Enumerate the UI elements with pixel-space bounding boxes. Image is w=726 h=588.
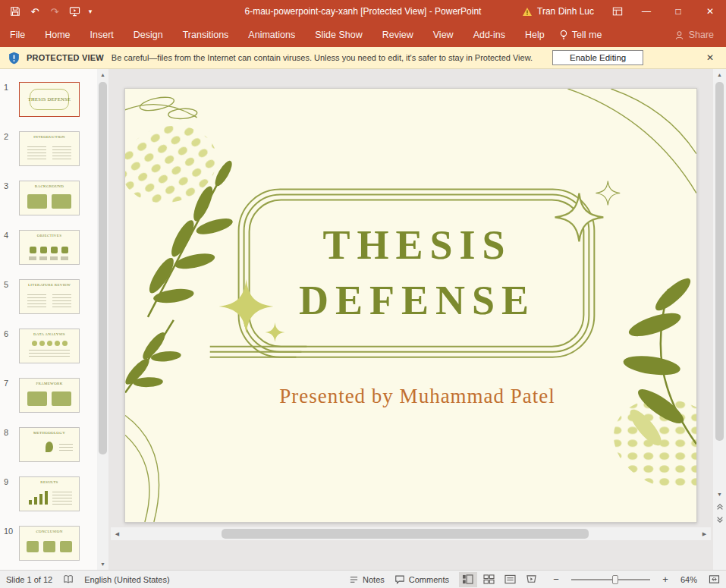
main-scroll-thumb[interactable]	[715, 82, 724, 441]
maximize-button[interactable]: □	[662, 0, 694, 23]
minimize-button[interactable]: —	[630, 0, 662, 23]
slide-thumbnail[interactable]: 10 CONCLUSION	[0, 526, 97, 561]
tab-home[interactable]: Home	[35, 23, 80, 47]
mini-slide-title: OBJECTIVES	[20, 234, 79, 237]
zoom-slider[interactable]	[571, 574, 650, 586]
share-label: Share	[689, 30, 714, 40]
zoom-in-button[interactable]: +	[660, 574, 671, 585]
horizontal-scroll-track[interactable]	[124, 527, 698, 540]
tab-animations[interactable]: Animations	[238, 23, 305, 47]
redo-button[interactable]: ↷	[46, 1, 64, 22]
mini-slide-title: METHODOLOGY	[20, 431, 79, 435]
status-bar-right: Notes Comments −	[349, 572, 720, 587]
slide-thumbnail-preview[interactable]: CONCLUSION	[19, 526, 80, 561]
zoom-slider-thumb[interactable]	[612, 575, 618, 584]
slide-thumbnail[interactable]: 9 RESULTS	[0, 476, 97, 511]
comments-button[interactable]: Comments	[394, 574, 449, 584]
notes-icon	[349, 575, 359, 584]
scroll-right-icon[interactable]: ▶	[698, 527, 711, 540]
thumbnail-scroll-thumb[interactable]	[99, 82, 107, 454]
slide-thumbnail-preview[interactable]: FRAMEWORK	[19, 378, 80, 413]
protected-view-message: Be careful—files from the Internet can c…	[112, 53, 533, 62]
thumbnail-scroll-track[interactable]	[97, 80, 108, 558]
mini-slide: INTRODUCTION	[20, 132, 79, 165]
tab-slide-show[interactable]: Slide Show	[305, 23, 372, 47]
ribbon-display-options-button[interactable]	[605, 0, 630, 23]
slide-title[interactable]: THESIS DEFENSE	[239, 218, 596, 329]
mini-slide: OBJECTIVES	[20, 231, 79, 264]
slide-thumbnail-number: 5	[4, 279, 15, 289]
next-slide-button[interactable]	[713, 513, 726, 526]
tab-transitions[interactable]: Transitions	[173, 23, 239, 47]
scroll-left-icon[interactable]: ◀	[111, 527, 124, 540]
current-slide[interactable]: THESIS DEFENSE Presented by Muhammad Pat…	[124, 88, 697, 523]
main-vertical-scrollbar[interactable]: ▲ ▼	[713, 69, 726, 570]
zoom-slider-track[interactable]	[571, 579, 650, 580]
banner-close-icon[interactable]: ✕	[702, 52, 718, 63]
slide-title-line2: DEFENSE	[239, 273, 596, 329]
close-button[interactable]: ✕	[694, 0, 726, 23]
thumbnail-scrollbar[interactable]: ▲ ▼	[97, 69, 108, 570]
slide-thumbnail-preview[interactable]: INTRODUCTION	[19, 131, 80, 166]
mini-slide-title: BACKGROUND	[20, 184, 79, 188]
slide-thumbnail[interactable]: 5 LITERATURE REVIEW	[0, 279, 97, 314]
slide-canvas[interactable]: THESIS DEFENSE Presented by Muhammad Pat…	[108, 69, 713, 570]
language-indicator[interactable]: English (United States)	[84, 575, 170, 584]
tab-add-ins[interactable]: Add-ins	[464, 23, 515, 47]
proofing-icon[interactable]	[63, 574, 74, 585]
mini-slide-title: DATA ANALYSIS	[20, 332, 79, 336]
zoom-level[interactable]: 64%	[680, 575, 697, 584]
notes-button[interactable]: Notes	[349, 575, 385, 584]
zoom-out-button[interactable]: −	[551, 574, 561, 585]
tab-review[interactable]: Review	[372, 23, 423, 47]
qat-customize-button[interactable]: ▾	[85, 1, 96, 22]
slide-thumbnail-number: 2	[4, 131, 15, 141]
scroll-up-icon[interactable]: ▲	[97, 69, 108, 80]
slide-thumbnail[interactable]: 1 THESIS DEFENSE	[0, 82, 97, 117]
slide-thumbnail[interactable]: 4 OBJECTIVES	[0, 230, 97, 265]
slideshow-view-button[interactable]	[523, 572, 541, 587]
tab-help[interactable]: Help	[515, 23, 555, 47]
slide-thumbnail-preview[interactable]: LITERATURE REVIEW	[19, 279, 80, 314]
slide-sorter-view-button[interactable]	[480, 572, 498, 587]
save-button[interactable]	[6, 1, 24, 22]
tell-me-button[interactable]: Tell me	[559, 30, 602, 40]
slideshow-icon	[69, 6, 80, 17]
slide-thumbnail-preview[interactable]: DATA ANALYSIS	[19, 329, 80, 363]
slide-thumbnail-preview[interactable]: BACKGROUND	[19, 181, 80, 215]
slide-thumbnail-preview[interactable]: RESULTS	[19, 476, 80, 511]
horizontal-scroll-thumb[interactable]	[222, 529, 589, 539]
slide-thumbnail[interactable]: 7 FRAMEWORK	[0, 378, 97, 413]
slide-thumbnail[interactable]: 6 DATA ANALYSIS	[0, 329, 97, 363]
tab-file[interactable]: File	[0, 23, 35, 47]
slide-thumbnail-preview[interactable]: METHODOLOGY	[19, 427, 80, 462]
main-scroll-down-icon[interactable]: ▼	[714, 489, 725, 500]
fit-slide-button[interactable]	[709, 574, 720, 584]
tab-insert[interactable]: Insert	[80, 23, 124, 47]
reading-view-button[interactable]	[501, 572, 520, 587]
tab-view[interactable]: View	[423, 23, 464, 47]
slide-thumbnail-preview[interactable]: OBJECTIVES	[19, 230, 80, 265]
slide-thumbnail[interactable]: 2 INTRODUCTION	[0, 131, 97, 166]
slide-thumbnail-number: 9	[4, 476, 15, 486]
slide-thumbnail[interactable]: 3 BACKGROUND	[0, 181, 97, 215]
main-scroll-track[interactable]	[714, 80, 725, 489]
comments-label: Comments	[409, 575, 449, 584]
horizontal-scrollbar[interactable]: ◀ ▶	[111, 527, 711, 540]
start-slideshow-button[interactable]	[65, 1, 83, 22]
previous-slide-button[interactable]	[713, 500, 726, 513]
share-button[interactable]: Share	[674, 30, 714, 40]
scroll-down-icon[interactable]: ▼	[97, 558, 108, 570]
undo-button[interactable]: ↶	[26, 1, 44, 22]
main-scroll-up-icon[interactable]: ▲	[714, 69, 725, 80]
slide-indicator[interactable]: Slide 1 of 12	[6, 575, 52, 584]
slide-thumbnail-preview[interactable]: THESIS DEFENSE	[19, 82, 80, 117]
tab-design[interactable]: Design	[124, 23, 173, 47]
slide-subtitle[interactable]: Presented by Muhammad Patel	[205, 385, 630, 408]
mini-slide: CONCLUSION	[20, 527, 79, 560]
slide-thumbnail[interactable]: 8 METHODOLOGY	[0, 427, 97, 462]
enable-editing-button[interactable]: Enable Editing	[552, 50, 643, 65]
normal-view-button[interactable]	[459, 572, 477, 587]
mini-slide-title: CONCLUSION	[20, 530, 79, 533]
account-button[interactable]: Tran Dinh Luc	[522, 6, 594, 17]
